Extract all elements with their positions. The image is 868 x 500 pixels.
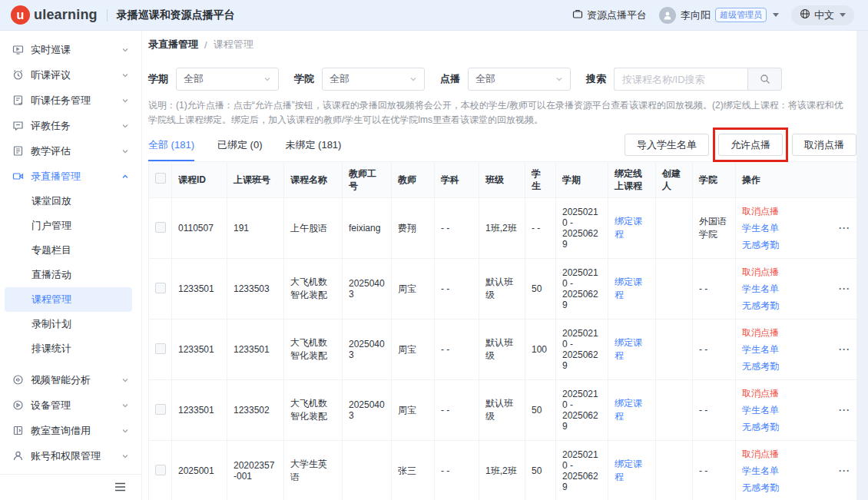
teacher-id-cell xyxy=(343,441,392,500)
tab-unbound[interactable]: 未绑定 (181) xyxy=(285,138,341,161)
subject-cell: - - xyxy=(435,198,479,259)
sidebar-item-evaluation-task[interactable]: 评教任务 xyxy=(0,113,141,138)
tab-all[interactable]: 全部 (181) xyxy=(148,138,194,161)
import-student-list-button[interactable]: 导入学生名单 xyxy=(624,134,709,156)
sidebar-item-device-mgmt[interactable]: 设备管理 xyxy=(0,392,141,418)
notice-text: 说明：(1)允许点播：点击“允许点播”按钮，该课程的录播回放视频将会公开，本校的… xyxy=(148,98,856,127)
creator-cell xyxy=(656,320,693,380)
page-gutter xyxy=(856,31,868,500)
bind-course-link[interactable]: 绑定课程 xyxy=(615,397,649,423)
course-id-cell: 2025001 xyxy=(172,441,227,500)
vod-select[interactable]: 全部 xyxy=(468,68,571,91)
seamless-attendance-link[interactable]: 无感考勤 xyxy=(742,237,779,253)
bind-course-link[interactable]: 绑定课程 xyxy=(615,336,649,363)
table-row: 12335011233503大飞机数智化装配20250403周宝- -默认班级5… xyxy=(149,259,857,320)
sidebar-item-lecture-review[interactable]: 听课评议 xyxy=(0,62,141,88)
device-icon xyxy=(12,399,24,411)
teacher-id-cell: 20250403 xyxy=(343,259,392,320)
submenu-item-topic-columns[interactable]: 专题栏目 xyxy=(0,238,141,263)
submenu-item-course-mgmt[interactable]: 课程管理 xyxy=(5,287,132,312)
submenu-item-schedule-stats[interactable]: 排课统计 xyxy=(0,336,141,361)
creator-cell xyxy=(656,198,693,259)
user-menu[interactable]: 李向阳 超级管理员 xyxy=(659,7,779,24)
student-list-link[interactable]: 学生名单 xyxy=(742,462,779,479)
collapse-menu-icon[interactable] xyxy=(114,481,126,495)
actions-cell: 取消点播学生名单无感考勤··· xyxy=(736,320,857,380)
creator-cell xyxy=(656,441,693,500)
resource-platform-link[interactable]: 资源点播平台 xyxy=(572,8,647,22)
student-list-link[interactable]: 学生名单 xyxy=(742,220,779,237)
more-actions-button[interactable]: ··· xyxy=(839,405,850,416)
filter-bar: 学期 全部 学院 全部 点播 全部 搜索 xyxy=(148,68,856,91)
student-list-link[interactable]: 学生名单 xyxy=(742,341,779,358)
course-name-cell: 上午股语 xyxy=(284,198,343,259)
seamless-attendance-link[interactable]: 无感考勤 xyxy=(742,358,779,375)
row-checkbox[interactable] xyxy=(155,465,166,475)
row-checkbox[interactable] xyxy=(155,404,166,415)
sidebar-item-account-permissions[interactable]: 账号和权限管理 xyxy=(0,443,141,469)
college-cell: - - xyxy=(693,320,736,380)
globe-icon xyxy=(800,8,810,22)
search-label: 搜索 xyxy=(586,72,606,86)
more-actions-button[interactable]: ··· xyxy=(839,344,850,355)
teacher-cell: 张三 xyxy=(392,441,435,500)
cancel-vod-link[interactable]: 取消点播 xyxy=(742,203,779,220)
col-course-id: 课程ID xyxy=(172,162,227,198)
teacher-id-cell: 20250403 xyxy=(343,320,392,380)
subject-cell: - - xyxy=(435,320,479,380)
semester-cell: 20250210 -20250629 xyxy=(556,259,608,320)
more-actions-button[interactable]: ··· xyxy=(839,223,850,233)
sidebar-item-classroom-query[interactable]: 教室查询借用 xyxy=(0,418,141,443)
search-button[interactable] xyxy=(747,68,782,91)
chevron-down-icon xyxy=(121,46,129,54)
semester-select[interactable]: 全部 xyxy=(176,68,279,91)
cancel-vod-link[interactable]: 取消点播 xyxy=(742,263,779,280)
tab-bound[interactable]: 已绑定 (0) xyxy=(217,138,263,161)
chevron-up-icon xyxy=(121,173,129,180)
semester-cell: 20250210 -20250629 xyxy=(556,320,608,380)
submenu-item-live-activities[interactable]: 直播活动 xyxy=(0,263,141,287)
assessment-doc-icon xyxy=(12,145,24,157)
sidebar-item-lecture-task-mgmt[interactable]: 听课任务管理 xyxy=(0,88,141,113)
sidebar-item-video-analysis[interactable]: 视频智能分析 xyxy=(0,367,141,392)
seamless-attendance-link[interactable]: 无感考勤 xyxy=(742,479,779,496)
cancel-vod-link[interactable]: 取消点播 xyxy=(742,324,779,341)
submenu-item-classroom-playback[interactable]: 课堂回放 xyxy=(0,189,141,214)
bind-course-link[interactable]: 绑定课程 xyxy=(615,458,649,484)
students-cell: 50 xyxy=(525,380,556,441)
caret-down-icon xyxy=(773,13,779,17)
student-list-link[interactable]: 学生名单 xyxy=(742,280,779,297)
teacher-id-cell: feixiang xyxy=(343,198,392,259)
more-actions-button[interactable]: ··· xyxy=(839,465,850,476)
chevron-down-icon xyxy=(555,75,563,83)
language-selector[interactable]: 中文 xyxy=(791,5,854,25)
sidebar-item-recording-mgmt[interactable]: 录直播管理 xyxy=(0,164,141,189)
sidebar-item-teaching-assessment[interactable]: 教学评估 xyxy=(0,138,141,164)
account-icon xyxy=(12,450,24,462)
chevron-down-icon xyxy=(121,71,129,79)
college-cell: 外国语学院 xyxy=(693,198,736,259)
allow-vod-button[interactable]: 允许点播 xyxy=(718,134,783,156)
cancel-vod-button[interactable]: 取消点播 xyxy=(792,134,856,156)
class-no-cell: 20202357-001 xyxy=(227,441,284,500)
sidebar-item-realtime-patrol[interactable]: 实时巡课 xyxy=(0,37,141,62)
seamless-attendance-link[interactable]: 无感考勤 xyxy=(742,419,779,435)
seamless-attendance-link[interactable]: 无感考勤 xyxy=(742,297,779,314)
cancel-vod-link[interactable]: 取消点播 xyxy=(742,385,779,402)
submenu-item-portal-mgmt[interactable]: 门户管理 xyxy=(0,214,141,238)
checkbox-cell xyxy=(149,380,172,441)
row-checkbox[interactable] xyxy=(155,343,166,354)
bind-course-link[interactable]: 绑定课程 xyxy=(615,276,649,302)
cancel-vod-link[interactable]: 取消点播 xyxy=(742,445,779,462)
student-list-link[interactable]: 学生名单 xyxy=(742,402,779,419)
more-actions-button[interactable]: ··· xyxy=(839,283,850,294)
bind-course-link[interactable]: 绑定课程 xyxy=(615,215,649,241)
row-checkbox[interactable] xyxy=(155,283,166,293)
search-input[interactable] xyxy=(614,68,747,91)
submenu-item-recording-plan[interactable]: 录制计划 xyxy=(0,312,141,336)
col-actions: 操作 xyxy=(736,162,857,198)
row-checkbox[interactable] xyxy=(155,222,166,233)
select-all-checkbox[interactable] xyxy=(155,173,166,184)
college-select[interactable]: 全部 xyxy=(322,68,425,91)
subject-cell: - - xyxy=(435,441,479,500)
